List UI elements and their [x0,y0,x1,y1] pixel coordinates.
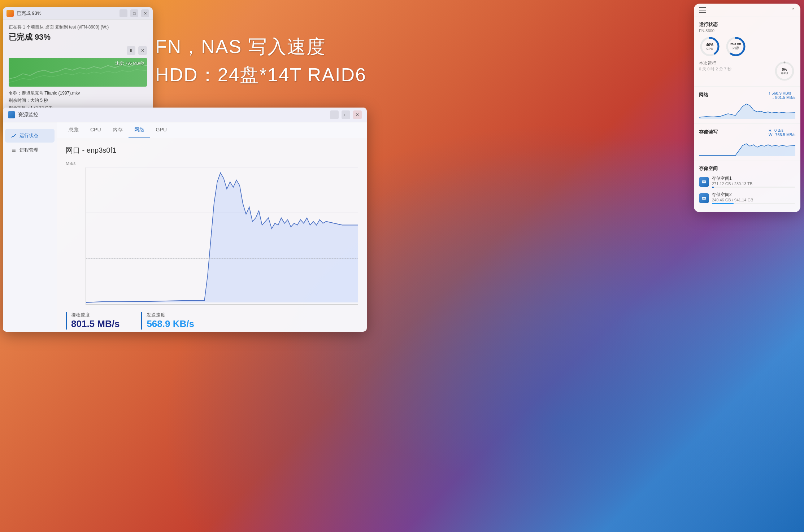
memory-gauge: 29.8 GB 内存 [725,36,747,57]
gpu-gauge-label: 0% GPU [774,60,795,82]
tab-cpu[interactable]: CPU [84,122,107,138]
time-remaining: 剩余时间：大约 5 秒 [9,97,147,104]
storage-1-bar [712,187,795,188]
dialog-maximize-button[interactable]: □ [130,9,138,17]
storage-item-1: 存储空间1 271.12 GB / 280.13 TB [699,175,795,188]
file-name: 名称：泰坦尼克号 Titanic (1997).mkv [9,90,147,97]
svg-rect-0 [12,151,16,152]
storage-rw-title: 存储读写 [699,129,718,135]
runtime-title: 运行状态 [699,21,718,28]
storage-1-icon [699,177,709,187]
write-label: W [769,132,772,137]
storage-2-size: 240.46 GB / 941.14 GB [712,198,795,202]
transfer-speed: 速度: 795 MB/秒 [115,61,144,66]
sw-gauges: 40% CPU 29.8 GB 内存 [699,36,795,57]
run-time-label: 本次运行 [699,60,731,66]
layers-icon [11,147,17,153]
pause-button[interactable]: ⏸ [127,46,135,55]
memory-label: 内存 [733,46,739,51]
tab-gpu[interactable]: GPU [150,122,173,138]
network-chart-svg [86,167,358,304]
rm-minimize-button[interactable]: — [330,110,339,119]
sw-storage-rw-section: 存储读写 R 0 B/s W 766.5 MB/s [694,124,800,161]
menu-icon[interactable] [699,7,706,13]
device-name: FN-8600 [699,29,718,33]
send-stat: 发送速度 568.9 KB/s [141,312,194,330]
upload-speed: ↑ 568.9 KB/s [769,91,795,95]
menu-line-2 [699,10,706,10]
dialog-pause-controls: ⏸ ✕ [9,46,147,55]
run-time-value: 0 天 0 时 2 分 7 秒 [699,66,731,72]
sw-header: ⌃ [694,4,800,17]
memory-gauge-circle: 29.8 GB 内存 [725,36,747,57]
sw-runtime-header: 运行状态 FN-8600 [699,21,795,36]
storage-rw-mini-svg [699,138,795,156]
svg-rect-19 [703,198,705,199]
rm-maximize-button[interactable]: □ [342,110,350,119]
storage-space-title: 存储空间 [699,165,795,172]
dialog-main-status: 已完成 93% [9,32,147,43]
menu-line-1 [699,7,706,8]
dialog-titlebar: 已完成 93% — □ ✕ [3,7,153,20]
y-axis-label: MB/s [66,161,358,166]
dialog-minimize-button[interactable]: — [119,9,127,17]
rm-sidebar: 运行状态 进程管理 [3,122,57,332]
speed-stats: 接收速度 801.5 MB/s 发送速度 568.9 KB/s [66,312,358,330]
rm-close-button[interactable]: ✕ [353,110,362,119]
sidebar-item-runtime[interactable]: 运行状态 [5,129,55,143]
cancel-button[interactable]: ✕ [138,46,147,55]
sw-runtime-bottom: 本次运行 0 天 0 时 2 分 7 秒 0% GPU [699,60,795,82]
gpu-gauge-circle: 0% GPU [774,60,795,82]
cpu-label: CPU [706,47,713,51]
rm-titlebar: 资源监控 — □ ✕ [3,108,367,122]
headline-line1: FN，NAS 写入速度 [155,32,366,61]
storage-2-bar-fill [712,203,734,204]
send-value: 568.9 KB/s [147,318,194,330]
download-speed: ↓ 801.5 MB/s [772,95,795,100]
rm-title: 资源监控 [18,112,330,118]
storage-rw-mini-chart [699,138,795,156]
dialog-subtitle: 正在将 1 个项目从 桌面 复制到 test (\\FN-8600) (W:) [9,24,147,30]
tab-overview[interactable]: 总览 [63,122,84,138]
network-interface-title: 网口 - enp3s0f1 [66,145,358,155]
cpu-gauge-circle: 40% CPU [699,36,721,57]
collapse-button[interactable]: ⌃ [791,7,795,13]
tab-memory[interactable]: 内存 [107,122,129,138]
rm-body: 运行状态 进程管理 总览 CPU 内存 网络 [3,122,367,332]
rm-main: 总览 CPU 内存 网络 GPU 网口 - enp3s0f1 MB/s 1139… [57,122,367,332]
svg-rect-2 [12,149,16,149]
resource-monitor-window: 资源监控 — □ ✕ 运行状态 [3,108,367,332]
storage-2-name: 存储空间2 [712,192,795,198]
menu-line-3 [699,12,706,13]
storage-2-bar [712,203,795,204]
receive-stat: 接收速度 801.5 MB/s [66,312,119,330]
network-mini-chart [699,101,795,119]
rm-network-content: 网口 - enp3s0f1 MB/s 1139 572 286 [57,138,367,331]
rm-tabs: 总览 CPU 内存 网络 GPU [57,122,367,138]
headline: FN，NAS 写入速度 HDD：24盘*14T RAID6 [155,32,366,89]
sw-network-section: 网络 ↑ 568.9 KB/s ↓ 801.5 MB/s [694,87,800,124]
gpu-value: 0% [782,67,787,71]
memory-gauge-label: 29.8 GB 内存 [725,36,747,57]
rm-controls: — □ ✕ [330,110,362,119]
dialog-controls: — □ ✕ [119,9,149,17]
svg-rect-17 [703,182,705,182]
send-label: 发送速度 [147,312,194,318]
network-mini-svg [699,101,795,119]
gpu-label: GPU [781,71,788,75]
storage-item-2: 存储空间2 240.46 GB / 941.14 GB [699,192,795,204]
chart-container: 1139 572 286 [66,167,358,305]
storage-2-info: 存储空间2 240.46 GB / 941.14 GB [712,192,795,204]
sidebar-item-process[interactable]: 进程管理 [5,143,55,157]
headline-line2: HDD：24盘*14T RAID6 [155,61,366,89]
storage-1-size: 271.12 GB / 280.13 TB [712,182,795,186]
read-label: R [769,128,772,132]
sw-storage-space-section: 存储空间 存储空间1 271.12 GB / 280.13 TB [694,161,800,212]
tab-network[interactable]: 网络 [129,122,150,138]
svg-marker-6 [86,173,358,302]
storage-1-info: 存储空间1 271.12 GB / 280.13 TB [712,175,795,188]
gpu-gauge: 0% GPU [774,60,795,82]
memory-value: 29.8 GB [730,43,741,46]
chart-line-icon [11,133,17,139]
dialog-close-button[interactable]: ✕ [141,9,149,17]
